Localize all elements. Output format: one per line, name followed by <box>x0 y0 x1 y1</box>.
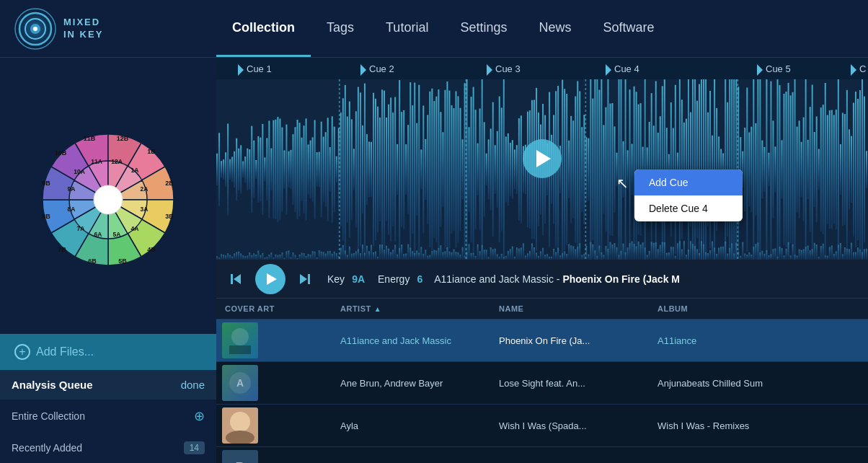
header-album[interactable]: ALBUM <box>649 304 868 313</box>
cue-marker-4[interactable]: Cue 4 <box>606 58 639 79</box>
cue-flag-3 <box>487 64 492 76</box>
waveform-area[interactable]: Cue 1 Cue 2 Cue 3 Cue 4 Cue 5 <box>216 58 868 260</box>
svg-marker-39 <box>300 274 307 284</box>
svg-text:12B: 12B <box>117 135 129 142</box>
svg-text:11B: 11B <box>84 135 96 142</box>
skip-back-button[interactable] <box>228 273 247 286</box>
svg-text:9A: 9A <box>68 185 76 193</box>
play-icon <box>267 273 277 285</box>
svg-text:6B: 6B <box>88 257 97 265</box>
cue-flag-1 <box>238 64 244 76</box>
svg-marker-37 <box>234 274 241 284</box>
table-row[interactable]: A11iance and Jack Massic Phoenix On Fire… <box>216 319 868 362</box>
table-row[interactable]: B B... Pick Me (..Qu... Pick Me <box>216 447 868 463</box>
cue-flag-5 <box>757 64 763 76</box>
tab-tutorial[interactable]: Tutorial <box>370 0 444 57</box>
svg-rect-42 <box>229 345 251 354</box>
header-artist[interactable]: ARTIST ▲ <box>332 304 490 313</box>
analysis-queue: Analysis Queue done <box>0 370 216 400</box>
play-triangle-icon <box>536 150 551 167</box>
waveform-play-button[interactable] <box>523 139 562 178</box>
camelot-wheel[interactable]: 1B 2B 3B 4B 5B 6B 7B 8B 9B 10B 11B 12B 1… <box>25 117 191 283</box>
artist-cell: B... <box>332 447 490 463</box>
wheel-container: 1B 2B 3B 4B 5B 6B 7B 8B 9B 10B 11B 12B 1… <box>0 58 216 334</box>
entire-collection-item[interactable]: Entire Collection ⊕ <box>0 400 216 433</box>
svg-text:1A: 1A <box>131 167 139 174</box>
svg-text:7A: 7A <box>77 225 85 232</box>
name-cell: Wish I Was (Spada... <box>490 405 649 446</box>
track-table: COVER ART ARTIST ▲ NAME ALBUM <box>216 299 868 463</box>
svg-text:2A: 2A <box>141 185 149 193</box>
main-content: 1B 2B 3B 4B 5B 6B 7B 8B 9B 10B 11B 12B 1… <box>0 58 868 463</box>
table-header: COVER ART ARTIST ▲ NAME ALBUM <box>216 299 868 319</box>
svg-text:7B: 7B <box>58 246 66 253</box>
svg-text:3A: 3A <box>141 206 149 213</box>
artist-cell: A11iance and Jack Massic <box>332 319 490 361</box>
logo-area: MIXED IN KEY <box>14 8 216 50</box>
play-button[interactable] <box>255 264 285 294</box>
recently-added-item[interactable]: Recently Added 14 <box>0 433 216 463</box>
svg-text:2B: 2B <box>165 180 174 187</box>
svg-text:5B: 5B <box>118 257 127 265</box>
svg-text:10B: 10B <box>55 149 67 156</box>
track-name: A11iance and Jack Massic - Phoenix On Fi… <box>434 273 680 285</box>
svg-text:8A: 8A <box>68 206 76 213</box>
track-info: Key 9A Energy 6 <box>327 273 422 285</box>
header-name[interactable]: NAME <box>490 304 649 313</box>
svg-point-41 <box>231 328 249 345</box>
svg-text:A: A <box>236 377 244 389</box>
add-files-button[interactable]: + Add Files... <box>0 334 216 370</box>
table-row[interactable]: Ayla Wish I Was (Spada... Wish I Was - R… <box>216 405 868 447</box>
cover-art-cell: B <box>216 447 332 463</box>
table-row[interactable]: A Ane Brun, Andrew Bayer Lose Sight feat… <box>216 362 868 405</box>
artist-cell: Ane Brun, Andrew Bayer <box>332 362 490 404</box>
context-menu: Add Cue Delete Cue 4 <box>634 169 743 221</box>
cue-flag-4 <box>606 64 611 76</box>
svg-text:9B: 9B <box>42 180 50 187</box>
context-menu-add-cue[interactable]: Add Cue <box>634 169 743 195</box>
logo-text: MIXED IN KEY <box>63 17 103 41</box>
tab-settings[interactable]: Settings <box>444 0 523 57</box>
album-cell: Pick Me <box>649 447 868 463</box>
cover-art-image: B <box>222 450 258 463</box>
name-cell: Lose Sight feat. An... <box>490 362 649 404</box>
player-bar: Key 9A Energy 6 A11iance and Jack Massic… <box>216 260 868 299</box>
tab-collection[interactable]: Collection <box>216 0 311 57</box>
cover-art-image <box>222 407 258 444</box>
cue-marker-1[interactable]: Cue 1 <box>238 58 272 79</box>
context-menu-delete-cue[interactable]: Delete Cue 4 <box>634 195 743 221</box>
svg-rect-38 <box>308 274 310 284</box>
add-collection-icon[interactable]: ⊕ <box>194 408 205 424</box>
plus-circle-icon: + <box>14 344 30 360</box>
svg-text:12A: 12A <box>111 158 123 165</box>
svg-text:4A: 4A <box>131 225 139 232</box>
name-cell: Pick Me (..Qu... <box>490 447 649 463</box>
right-panel: Cue 1 Cue 2 Cue 3 Cue 4 Cue 5 <box>216 58 868 463</box>
album-cell: A11iance <box>649 319 868 361</box>
svg-rect-36 <box>231 274 233 284</box>
svg-point-47 <box>230 412 250 432</box>
header-cover-art: COVER ART <box>216 304 332 313</box>
svg-text:4B: 4B <box>147 246 156 253</box>
cue-markers: Cue 1 Cue 2 Cue 3 Cue 4 Cue 5 <box>216 58 868 79</box>
cover-art-cell <box>216 319 332 361</box>
svg-text:8B: 8B <box>42 213 50 220</box>
album-cell: Wish I Was - Remixes <box>649 405 868 446</box>
cover-art-cell: A <box>216 362 332 404</box>
svg-text:1B: 1B <box>147 148 156 155</box>
skip-forward-button[interactable] <box>294 273 313 286</box>
svg-text:10A: 10A <box>74 168 85 175</box>
svg-text:3B: 3B <box>165 213 174 220</box>
svg-text:11A: 11A <box>91 158 102 165</box>
cue-marker-6[interactable]: C <box>851 58 866 79</box>
tab-software[interactable]: Software <box>587 0 670 57</box>
cue-marker-5[interactable]: Cue 5 <box>757 58 791 79</box>
cue-flag-6 <box>851 64 856 76</box>
sidebar: 1B 2B 3B 4B 5B 6B 7B 8B 9B 10B 11B 12B 1… <box>0 58 216 463</box>
logo-icon <box>14 8 56 50</box>
cue-marker-2[interactable]: Cue 2 <box>360 58 394 79</box>
svg-text:6A: 6A <box>94 231 102 238</box>
tab-news[interactable]: News <box>523 0 587 57</box>
tab-tags[interactable]: Tags <box>311 0 370 57</box>
cue-marker-3[interactable]: Cue 3 <box>487 58 521 79</box>
